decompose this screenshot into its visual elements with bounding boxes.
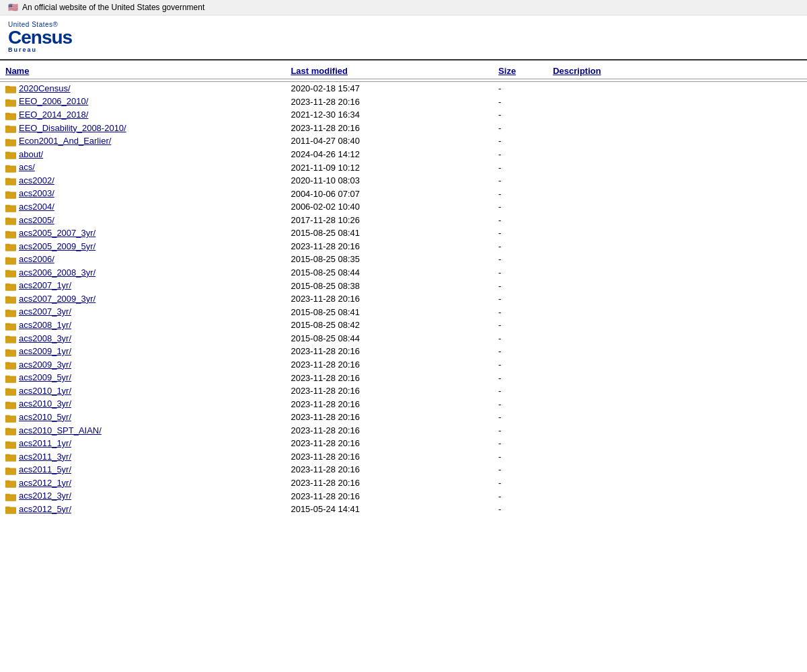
cell-name: acs2003/ [0, 187, 285, 200]
folder-icon [5, 347, 16, 357]
svg-rect-53 [5, 428, 9, 429]
folder-link[interactable]: acs2008_3yr/ [19, 333, 71, 343]
folder-icon [5, 255, 16, 265]
cell-modified: 2015-08-25 08:44 [285, 266, 493, 280]
folder-link[interactable]: acs2011_1yr/ [19, 438, 71, 448]
size-sort-link[interactable]: Size [498, 66, 516, 76]
cell-modified: 2023-11-28 20:16 [285, 345, 493, 358]
col-header-size[interactable]: Size [493, 63, 547, 79]
table-row: acs2003/2004-10-06 07:07- [0, 187, 807, 200]
svg-rect-35 [5, 310, 9, 311]
cell-description [547, 240, 807, 253]
cell-name: about/ [0, 148, 285, 161]
cell-description [547, 463, 807, 476]
cell-size: - [493, 450, 547, 464]
folder-icon [5, 466, 16, 475]
col-header-name[interactable]: Name [0, 63, 285, 79]
cell-name: acs2010_SPT_AIAN/ [0, 424, 285, 437]
folder-link[interactable]: acs2004/ [19, 202, 54, 212]
folder-link[interactable]: acs2002/ [19, 175, 54, 185]
folder-link[interactable]: acs2007_2009_3yr/ [19, 294, 95, 304]
cell-name: acs2011_1yr/ [0, 437, 285, 450]
cell-size: - [493, 411, 547, 424]
cell-size: - [493, 148, 547, 161]
cell-description [547, 332, 807, 345]
cell-modified: 2015-08-25 08:35 [285, 253, 493, 266]
folder-icon [5, 203, 16, 212]
folder-link[interactable]: acs2005/ [19, 215, 54, 225]
folder-link[interactable]: acs2011_3yr/ [19, 452, 71, 462]
folder-icon [5, 386, 16, 396]
svg-rect-37 [5, 323, 9, 325]
folder-link[interactable]: acs2012_1yr/ [19, 478, 71, 488]
folder-link[interactable]: 2020Census/ [19, 83, 71, 93]
cell-modified: 2015-05-24 14:41 [285, 503, 493, 516]
cell-name: acs2009_1yr/ [0, 345, 285, 358]
cell-size: - [493, 437, 547, 450]
cell-name: acs2007_2009_3yr/ [0, 292, 285, 306]
col-header-modified[interactable]: Last modified [285, 63, 493, 79]
cell-description [547, 174, 807, 187]
cell-modified: 2015-08-25 08:41 [285, 226, 493, 240]
desc-sort-link[interactable]: Description [553, 66, 601, 76]
cell-description [547, 397, 807, 411]
cell-size: - [493, 279, 547, 292]
cell-description [547, 437, 807, 450]
folder-link[interactable]: acs/ [19, 162, 35, 172]
cell-size: - [493, 332, 547, 345]
table-row: acs2011_3yr/2023-11-28 20:16- [0, 450, 807, 464]
cell-name: EEO_Disability_2008-2010/ [0, 122, 285, 135]
folder-link[interactable]: acs2012_5yr/ [19, 504, 71, 514]
table-row: acs2008_3yr/2015-08-25 08:44- [0, 332, 807, 345]
cell-name: Econ2001_And_Earlier/ [0, 134, 285, 148]
folder-link[interactable]: acs2010_5yr/ [19, 412, 71, 422]
cell-size: - [493, 161, 547, 174]
table-row: acs2007_3yr/2015-08-25 08:41- [0, 305, 807, 319]
cell-name: acs2004/ [0, 200, 285, 214]
table-row: acs2008_1yr/2015-08-25 08:42- [0, 319, 807, 332]
folder-link[interactable]: EEO_2014_2018/ [19, 110, 88, 120]
folder-link[interactable]: acs2006_2008_3yr/ [19, 267, 95, 278]
cell-description [547, 108, 807, 122]
folder-link[interactable]: EEO_2006_2010/ [19, 96, 88, 106]
cell-size: - [493, 253, 547, 266]
folder-link[interactable]: acs2010_1yr/ [19, 386, 71, 396]
folder-link[interactable]: EEO_Disability_2008-2010/ [19, 123, 126, 133]
folder-link[interactable]: acs2007_1yr/ [19, 280, 71, 290]
folder-link[interactable]: about/ [19, 149, 43, 159]
cell-size: - [493, 214, 547, 227]
folder-link[interactable]: acs2006/ [19, 254, 54, 264]
table-row: acs2012_3yr/2023-11-28 20:16- [0, 489, 807, 503]
folder-icon [5, 176, 16, 185]
folder-link[interactable]: acs2009_3yr/ [19, 360, 71, 370]
cell-size: - [493, 397, 547, 411]
folder-link[interactable]: acs2010_SPT_AIAN/ [19, 425, 102, 435]
table-row: acs2009_5yr/2023-11-28 20:16- [0, 371, 807, 384]
folder-link[interactable]: acs2008_1yr/ [19, 320, 71, 330]
cell-name: acs2005_2007_3yr/ [0, 226, 285, 240]
folder-link[interactable]: acs2011_5yr/ [19, 464, 71, 474]
svg-rect-9 [5, 139, 9, 140]
cell-modified: 2011-04-27 08:40 [285, 134, 493, 148]
cell-name: acs2006_2008_3yr/ [0, 266, 285, 280]
folder-link[interactable]: acs2009_1yr/ [19, 346, 71, 356]
folder-icon [5, 321, 16, 331]
cell-modified: 2023-11-28 20:16 [285, 463, 493, 476]
folder-link[interactable]: acs2012_3yr/ [19, 491, 71, 501]
cell-name: acs2009_5yr/ [0, 371, 285, 384]
folder-link[interactable]: acs2005_2007_3yr/ [19, 228, 95, 238]
modified-sort-link[interactable]: Last modified [291, 66, 348, 76]
cell-description [547, 450, 807, 464]
folder-link[interactable]: acs2010_3yr/ [19, 398, 71, 409]
folder-link[interactable]: acs2005_2009_5yr/ [19, 241, 95, 251]
folder-link[interactable]: Econ2001_And_Earlier/ [19, 136, 111, 146]
folder-icon [5, 452, 16, 462]
cell-size: - [493, 345, 547, 358]
folder-link[interactable]: acs2003/ [19, 188, 54, 198]
col-header-description[interactable]: Description [547, 63, 807, 79]
folder-icon [5, 334, 16, 343]
name-sort-link[interactable]: Name [5, 66, 29, 76]
folder-icon [5, 400, 16, 409]
folder-link[interactable]: acs2009_5yr/ [19, 372, 71, 382]
folder-link[interactable]: acs2007_3yr/ [19, 306, 71, 317]
